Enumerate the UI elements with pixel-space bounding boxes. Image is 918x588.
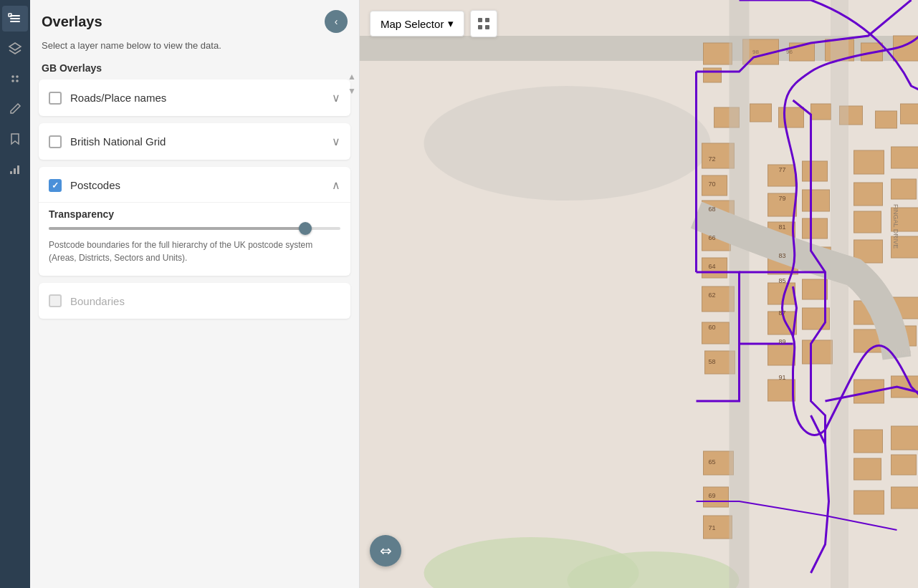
svg-rect-27 — [811, 104, 831, 120]
svg-text:81: 81 — [778, 223, 785, 231]
overlay-checkbox-roads[interactable] — [49, 92, 62, 105]
svg-rect-18 — [704, 68, 722, 82]
svg-rect-9 — [10, 171, 12, 174]
postcodes-expand-icon[interactable]: ∧ — [332, 178, 340, 192]
nav-signal-icon[interactable] — [2, 156, 28, 182]
nav-layers-icon[interactable] — [2, 36, 28, 62]
map-toolbar: Map Selector ▾ — [370, 10, 497, 37]
map-selector-button[interactable]: Map Selector ▾ — [370, 11, 464, 37]
nav-bookmark-icon[interactable] — [2, 126, 28, 152]
svg-text:60: 60 — [708, 324, 715, 331]
svg-text:65: 65 — [708, 458, 715, 466]
svg-rect-75 — [704, 487, 729, 507]
transparency-label: Transparency — [49, 208, 340, 220]
bng-expand-icon[interactable]: ∨ — [332, 135, 340, 148]
overlay-name-bng: British National Grid — [70, 135, 332, 148]
grid-icon — [477, 17, 490, 30]
overlay-name-roads: Roads/Place names — [70, 92, 332, 104]
svg-marker-4 — [9, 43, 21, 50]
svg-text:83: 83 — [778, 252, 785, 259]
svg-rect-71 — [891, 455, 917, 475]
collapse-button[interactable]: ‹ — [325, 10, 348, 33]
svg-rect-29 — [876, 111, 897, 128]
map-selector-chevron: ▾ — [448, 17, 454, 30]
svg-rect-30 — [901, 104, 919, 124]
svg-rect-58 — [854, 211, 881, 233]
swap-icon: ⇔ — [380, 542, 392, 559]
svg-rect-68 — [854, 430, 883, 453]
panel-header: Overlays ‹ — [30, 0, 359, 40]
svg-text:89: 89 — [778, 338, 785, 345]
svg-text:70: 70 — [708, 180, 715, 188]
slider-track — [49, 227, 340, 230]
nav-dots-icon[interactable] — [2, 66, 28, 92]
svg-text:68: 68 — [708, 206, 715, 213]
slider-thumb[interactable] — [299, 222, 312, 235]
roads-expand-icon[interactable]: ∨ — [332, 91, 340, 105]
svg-text:87: 87 — [778, 309, 785, 317]
svg-text:66: 66 — [708, 234, 715, 241]
svg-text:69: 69 — [708, 492, 715, 499]
overlay-row-roads[interactable]: Roads/Place names ∨ — [39, 81, 350, 115]
svg-text:72: 72 — [708, 155, 715, 163]
postcodes-expanded: Transparency Postcode boundaries for the… — [39, 202, 350, 274]
svg-rect-11 — [17, 165, 19, 174]
svg-point-7 — [11, 79, 14, 82]
svg-rect-26 — [779, 107, 804, 127]
svg-text:FINGAL DRIVE: FINGAL DRIVE — [892, 204, 899, 249]
panel-subtitle: Select a layer name below to view the da… — [30, 40, 359, 58]
map-container: FINGAL DRIVE BURDOCK CLOSE WS5 4SD WS5 4… — [360, 0, 918, 588]
overlays-panel: Overlays ‹ Select a layer name below to … — [30, 0, 360, 588]
map-svg: FINGAL DRIVE BURDOCK CLOSE WS5 4SD WS5 4… — [360, 0, 918, 588]
svg-rect-55 — [891, 147, 919, 168]
nav-overlays-icon[interactable] — [2, 6, 28, 32]
svg-point-5 — [11, 75, 14, 78]
svg-rect-152 — [485, 25, 489, 29]
overlay-row-bng[interactable]: British National Grid ∨ — [39, 125, 350, 158]
svg-point-6 — [16, 75, 19, 78]
svg-rect-56 — [854, 183, 883, 206]
svg-rect-10 — [14, 168, 16, 174]
overlay-checkbox-postcodes[interactable] — [49, 179, 62, 192]
svg-rect-3 — [9, 14, 11, 16]
svg-text:79: 79 — [778, 195, 785, 202]
svg-rect-44 — [803, 218, 828, 238]
overlay-row-postcodes[interactable]: Postcodes ∧ — [39, 168, 350, 202]
svg-rect-1 — [10, 18, 20, 19]
svg-rect-69 — [891, 426, 919, 450]
svg-text:64: 64 — [708, 263, 715, 270]
swap-button[interactable]: ⇔ — [370, 535, 401, 567]
overlay-row-boundaries[interactable]: Boundaries — [39, 284, 350, 317]
slider-fill — [49, 227, 305, 230]
svg-rect-40 — [803, 161, 828, 181]
svg-rect-52 — [803, 340, 833, 364]
svg-rect-57 — [891, 179, 917, 199]
svg-rect-48 — [803, 279, 828, 299]
overlay-card-postcodes: Postcodes ∧ Transparency Postcode bounda… — [39, 167, 350, 276]
grid-view-button[interactable] — [470, 10, 497, 37]
svg-rect-70 — [854, 458, 881, 480]
panel-title: Overlays — [42, 14, 102, 30]
icon-rail — [0, 0, 30, 588]
svg-rect-72 — [854, 491, 884, 514]
scroll-up-arrow[interactable]: ▲ — [348, 72, 356, 82]
svg-text:77: 77 — [778, 166, 785, 173]
svg-text:71: 71 — [708, 524, 715, 531]
scroll-down-arrow[interactable]: ▼ — [348, 86, 356, 96]
svg-point-13 — [424, 86, 711, 201]
svg-rect-151 — [478, 25, 482, 29]
svg-rect-47 — [768, 283, 795, 304]
postcodes-description: Postcode boundaries for the full hierarc… — [49, 238, 340, 264]
overlay-name-boundaries: Boundaries — [70, 295, 340, 307]
overlay-checkbox-bng[interactable] — [49, 135, 62, 148]
gb-overlays-label: GB Overlays — [30, 58, 359, 79]
svg-text:58: 58 — [708, 358, 715, 365]
nav-edit-icon[interactable] — [2, 96, 28, 122]
transparency-slider-container — [49, 227, 340, 230]
overlay-name-postcodes: Postcodes — [70, 179, 332, 191]
svg-rect-42 — [803, 190, 830, 211]
overlay-checkbox-boundaries[interactable] — [49, 294, 62, 307]
svg-text:98: 98 — [752, 49, 759, 55]
svg-rect-51 — [768, 344, 795, 365]
svg-rect-2 — [10, 21, 20, 22]
